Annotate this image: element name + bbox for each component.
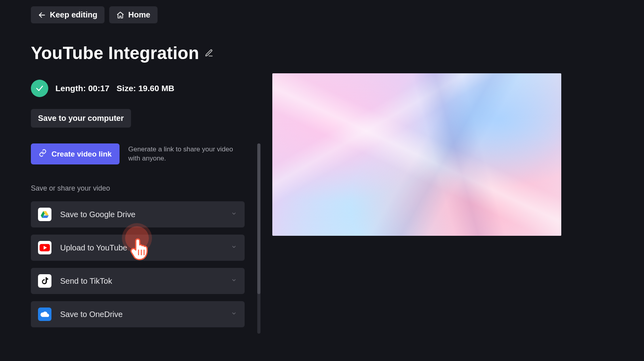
- video-size: Size: 19.60 MB: [117, 84, 175, 93]
- title-row: YouTube Integration: [31, 43, 620, 63]
- chevron-down-icon: [231, 277, 237, 285]
- length-label: Length:: [55, 84, 86, 93]
- youtube-icon: [38, 241, 51, 254]
- chevron-down-icon: [231, 211, 237, 218]
- keep-editing-button[interactable]: Keep editing: [31, 6, 104, 23]
- size-value: 19.60 MB: [138, 84, 174, 93]
- share-scroll-area: Create video link Generate a link to sha…: [31, 143, 245, 327]
- share-item-tiktok[interactable]: Send to TikTok: [31, 268, 245, 294]
- google-drive-icon: [38, 208, 51, 221]
- home-icon: [116, 11, 124, 19]
- page-title: YouTube Integration: [31, 43, 199, 63]
- create-video-link-description: Generate a link to share your video with…: [128, 145, 239, 163]
- home-label: Home: [128, 10, 150, 19]
- tiktok-icon: [38, 274, 51, 288]
- save-to-computer-label: Save to your computer: [38, 114, 124, 122]
- chevron-down-icon: [231, 311, 237, 318]
- right-panel: [276, 80, 620, 327]
- status-row: Length: 00:17 Size: 19.60 MB: [31, 80, 245, 97]
- scrollbar-thumb[interactable]: [257, 143, 260, 294]
- share-item-youtube[interactable]: Upload to YouTube: [31, 235, 245, 261]
- home-button[interactable]: Home: [109, 6, 158, 23]
- video-preview[interactable]: [272, 73, 561, 236]
- arrow-left-icon: [38, 11, 46, 19]
- share-item-google-drive[interactable]: Save to Google Drive: [31, 201, 245, 227]
- link-icon: [39, 149, 47, 159]
- create-video-link-button[interactable]: Create video link: [31, 143, 120, 164]
- create-video-link-label: Create video link: [51, 150, 112, 159]
- pencil-icon[interactable]: [205, 49, 213, 57]
- share-list: Save to Google Drive Upload to YouTube: [31, 201, 245, 327]
- left-panel: Length: 00:17 Size: 19.60 MB Save to you…: [31, 80, 245, 327]
- top-bar: Keep editing Home: [31, 6, 620, 23]
- chevron-down-icon: [231, 244, 237, 251]
- video-length: Length: 00:17: [55, 84, 110, 93]
- save-to-computer-button[interactable]: Save to your computer: [31, 109, 131, 128]
- length-value: 00:17: [88, 84, 110, 93]
- keep-editing-label: Keep editing: [50, 10, 97, 19]
- share-section-label: Save or share your video: [31, 184, 245, 193]
- share-item-label: Save to OneDrive: [60, 310, 123, 319]
- create-link-row: Create video link Generate a link to sha…: [31, 143, 245, 164]
- share-item-label: Save to Google Drive: [60, 210, 135, 219]
- share-item-label: Send to TikTok: [60, 277, 112, 286]
- onedrive-icon: [38, 308, 51, 321]
- share-item-onedrive[interactable]: Save to OneDrive: [31, 301, 245, 327]
- check-icon: [31, 80, 48, 97]
- size-label: Size:: [117, 84, 136, 93]
- share-item-label: Upload to YouTube: [60, 243, 127, 252]
